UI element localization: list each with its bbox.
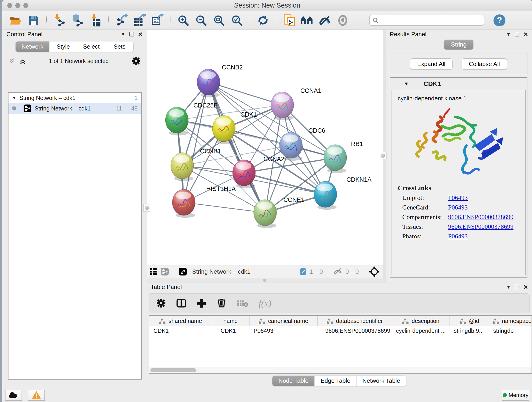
refresh-icon[interactable]: [256, 13, 270, 27]
column-header[interactable]: database identifier: [317, 316, 392, 326]
crosslink-row: Compartments: 9606.ENSP00000378699: [402, 213, 520, 221]
grid-mode-icon[interactable]: [150, 268, 158, 275]
expand-all-icon[interactable]: [19, 57, 26, 64]
create-column-icon[interactable]: [196, 298, 206, 308]
zoom-fit-icon[interactable]: [212, 13, 226, 27]
cloud-status-button[interactable]: [5, 390, 22, 401]
tab-network-table[interactable]: Network Table: [356, 376, 406, 386]
column-header[interactable]: @id: [450, 316, 489, 326]
close-panel-icon[interactable]: ×: [138, 32, 143, 36]
column-header[interactable]: name: [212, 316, 249, 326]
help-icon[interactable]: ?: [494, 14, 505, 26]
float-panel-icon[interactable]: [515, 32, 519, 36]
column-header[interactable]: namespace: [489, 316, 532, 326]
gene-collapse-icon[interactable]: ▼: [404, 81, 409, 87]
warnings-button[interactable]: [28, 390, 45, 401]
clone-network-icon[interactable]: [282, 13, 297, 27]
first-neighbors-icon[interactable]: [300, 13, 314, 27]
delete-table-icon: [237, 299, 249, 308]
column-header[interactable]: description: [392, 316, 450, 326]
export-network-icon[interactable]: [114, 13, 129, 27]
minimize-window-button[interactable]: [15, 3, 20, 8]
show-columns-icon[interactable]: [176, 298, 186, 308]
tab-network[interactable]: Network: [16, 41, 50, 52]
save-session-icon[interactable]: [26, 13, 41, 27]
network-row[interactable]: String Network – cdk1 11 48: [8, 103, 141, 114]
column-type-icon: [459, 318, 466, 324]
tab-node-table[interactable]: Node Table: [272, 376, 315, 386]
collection-label: String Network – cdk1: [19, 95, 131, 101]
collapse-all-icon[interactable]: [8, 57, 15, 64]
crosslink-link[interactable]: 9606.ENSP00000378699: [448, 213, 513, 221]
birds-eye-view-icon[interactable]: [369, 266, 380, 277]
export-table-icon[interactable]: [132, 13, 147, 27]
hide-selected-icon[interactable]: [317, 13, 332, 27]
crosslink-link[interactable]: P06493: [448, 233, 468, 240]
table-panel-title: Table Panel: [151, 283, 503, 291]
column-type-icon: [492, 318, 499, 324]
detach-view-icon[interactable]: [179, 268, 187, 275]
import-network-file-icon[interactable]: [52, 13, 67, 27]
tab-string[interactable]: String: [444, 40, 473, 50]
column-header[interactable]: canonical name: [249, 316, 317, 326]
zoom-out-icon[interactable]: [194, 13, 209, 27]
right-splitter-handle[interactable]: [380, 152, 386, 159]
tab-sets[interactable]: Sets: [106, 41, 133, 52]
import-table-icon[interactable]: [88, 13, 103, 27]
export-image-icon[interactable]: [150, 13, 165, 27]
crosslink-link[interactable]: 9606.ENSP00000378699: [448, 223, 513, 230]
crosslink-link[interactable]: P06493: [448, 204, 468, 211]
open-session-icon[interactable]: [8, 13, 23, 27]
close-panel-icon[interactable]: ×: [524, 285, 528, 289]
column-type-icon: [402, 318, 409, 324]
expand-all-button[interactable]: Expand All: [410, 58, 452, 70]
node-label: RB1: [351, 140, 363, 147]
scrollbar-thumb[interactable]: [150, 368, 196, 372]
toolbar-separator: [46, 14, 47, 27]
network-collection-row[interactable]: ▼ String Network – cdk1 1: [8, 93, 141, 103]
tab-style[interactable]: Style: [50, 41, 77, 52]
table-options-gear-icon[interactable]: [156, 298, 166, 308]
memory-label: Memory: [509, 392, 529, 398]
network-options-gear-icon[interactable]: [132, 56, 141, 65]
zoom-in-icon[interactable]: [176, 13, 191, 27]
crosslink-row: GeneCard: P06493: [402, 204, 520, 211]
delete-column-icon[interactable]: [216, 298, 227, 308]
node-label: CDC6: [308, 127, 325, 134]
collection-expand-icon[interactable]: ▼: [12, 96, 16, 100]
hidden-count: 0 – 0: [346, 268, 359, 275]
zoom-selected-icon[interactable]: [230, 13, 244, 27]
network-state-dot: [12, 106, 16, 110]
network-tree: ▼ String Network – cdk1 1 String Network…: [8, 92, 142, 380]
crosslink-label: GeneCard:: [402, 204, 448, 211]
tab-select[interactable]: Select: [77, 41, 106, 52]
panel-menu-icon[interactable]: ▼: [506, 32, 511, 37]
maximize-window-button[interactable]: [23, 3, 28, 8]
collapse-all-button[interactable]: Collapse All: [462, 58, 507, 70]
crosslink-row: Uniprot: P06493: [402, 194, 520, 201]
show-all-icon[interactable]: [336, 13, 350, 27]
search-input[interactable]: [381, 17, 481, 24]
panel-menu-icon[interactable]: ▼: [121, 32, 125, 37]
float-panel-icon[interactable]: [515, 285, 519, 289]
gene-panel: ▼ CDK1 cyclin-dependent kinase 1: [390, 77, 527, 278]
left-splitter-handle[interactable]: [143, 204, 150, 211]
float-panel-icon[interactable]: [129, 32, 134, 36]
network-canvas[interactable]: CCNB2CCNA1CDC25BCDK1CDC6RB1CCNB1CCNA2CDK…: [147, 30, 383, 265]
table-horizontal-scrollbar[interactable]: [149, 367, 532, 373]
column-header[interactable]: shared name: [149, 316, 212, 326]
close-panel-icon[interactable]: ×: [524, 32, 528, 36]
selected-count: 1 – 0: [310, 268, 323, 275]
crosslink-link[interactable]: P06493: [448, 194, 468, 201]
memory-button[interactable]: Memory: [502, 390, 529, 401]
tab-edge-table[interactable]: Edge Table: [315, 376, 356, 386]
close-window-button[interactable]: [7, 3, 12, 8]
table-row[interactable]: CDK1 CDK1 P06493 9606.ENSP00000378699 cy…: [149, 326, 532, 336]
node-label: CDC25B: [193, 102, 218, 109]
panel-menu-icon[interactable]: ▼: [506, 284, 511, 290]
cell-description: cyclin-dependent ...: [392, 326, 450, 336]
horizontal-splitter[interactable]: [147, 278, 383, 283]
cell-name: CDK1: [212, 326, 249, 336]
import-network-database-icon[interactable]: [70, 13, 85, 27]
selected-checkbox-icon[interactable]: [300, 268, 306, 275]
